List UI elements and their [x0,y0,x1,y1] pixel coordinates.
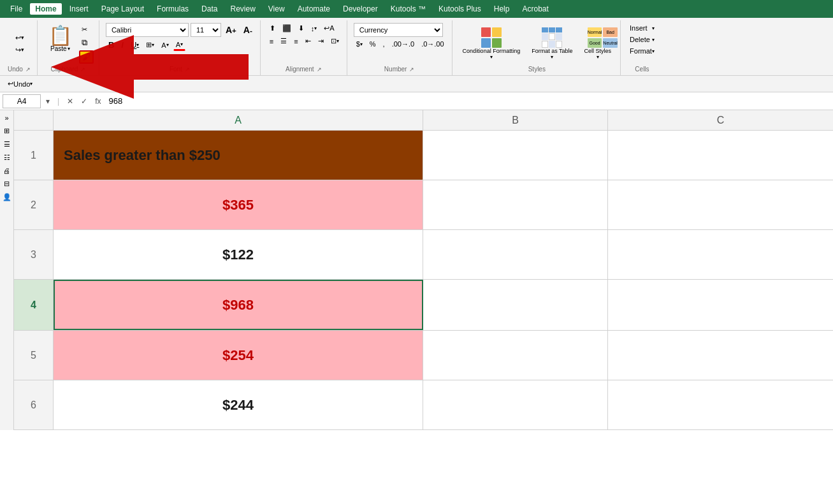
row-num-4[interactable]: 4 [14,280,54,330]
copy-button[interactable]: ⧉ [79,36,94,49]
cell-b4[interactable] [423,280,608,330]
cell-c3[interactable] [608,230,833,279]
cell-a3[interactable]: $122 [54,230,423,279]
cut-button[interactable]: ✂ [79,24,94,35]
italic-button[interactable]: I [119,39,126,51]
cell-b2[interactable] [423,180,608,229]
cell-styles-button[interactable]: Normal Bad Good Neutral Cell Styles ▾ [581,25,616,63]
cell-b5[interactable] [423,331,608,380]
decrease-indent-button[interactable]: ⇤ [303,36,314,47]
sidebar-icon-1[interactable]: ⊞ [4,127,10,135]
merge-button[interactable]: ⊡▾ [328,36,342,47]
text-direction-button[interactable]: ↕▾ [308,24,320,34]
cell-a4[interactable]: $968 [54,280,423,330]
col-header-a[interactable]: A [54,110,423,130]
formula-input[interactable] [106,96,830,106]
accounting-button[interactable]: $▾ [354,39,365,49]
cell-c4[interactable] [608,280,833,330]
delete-cells-button[interactable]: Delete▾ [627,34,657,45]
row-num-5[interactable]: 5 [14,331,54,380]
insert-cells-button[interactable]: Insert▾ [627,23,657,33]
menu-kutools[interactable]: Kutools ™ [386,3,431,15]
decrease-font-button[interactable]: A- [241,24,255,36]
bold-button[interactable]: B [106,39,117,51]
confirm-icon[interactable]: ✓ [78,97,90,106]
format-cells-button[interactable]: Format▾ [627,46,657,56]
wrap-text-button[interactable]: ↩A [321,23,337,34]
cell-b6[interactable] [423,380,608,429]
sidebar-icon-5[interactable]: ⊟ [4,180,10,188]
increase-indent-button[interactable]: ⇥ [315,36,326,47]
row-num-2[interactable]: 2 [14,180,54,229]
decrease-decimal-button[interactable]: .00→.0 [389,39,417,49]
menu-home[interactable]: Home [30,3,61,15]
undo-expand-icon[interactable]: ↗ [24,66,32,73]
menu-review[interactable]: Review [225,3,260,15]
font-name-select[interactable]: Calibri [106,23,189,37]
underline-button[interactable]: U▾ [128,39,141,51]
col-header-b[interactable]: B [423,110,608,130]
align-center-button[interactable]: ☰ [278,36,289,47]
align-bottom-button[interactable]: ⬇ [296,23,307,34]
align-middle-button[interactable]: ⬛ [280,23,294,34]
menu-kutools-plus[interactable]: Kutools Plus [433,3,486,15]
cell-a2[interactable]: $365 [54,180,423,229]
row-num-6[interactable]: 6 [14,380,54,429]
cell-c1[interactable] [608,131,833,180]
cancel-icon[interactable]: ✕ [64,97,76,106]
cell-a5[interactable]: $254 [54,331,423,380]
border-button[interactable]: ⊞▾ [143,40,157,50]
menu-file[interactable]: File [5,3,27,15]
sidebar-icon-4[interactable]: 🖨 [3,167,10,175]
row-num-1[interactable]: 1 [14,131,54,180]
increase-font-button[interactable]: A+ [223,24,239,36]
cell-c5[interactable] [608,331,833,380]
fx-icon[interactable]: fx [92,97,103,106]
align-right-button[interactable]: ≡ [291,36,300,47]
conditional-formatting-button[interactable]: Conditional Formatting ▾ [459,25,525,63]
paste-button[interactable]: 📋 Paste▾ [44,24,76,64]
undo-button[interactable]: ↩ ▾ [13,32,27,43]
col-header-c[interactable]: C [608,110,833,130]
number-expand-icon[interactable]: ↗ [408,66,416,73]
align-left-button[interactable]: ≡ [267,36,276,47]
menu-automate[interactable]: Automate [293,3,335,15]
menu-developer[interactable]: Developer [338,3,383,15]
menu-insert[interactable]: Insert [64,3,94,15]
cell-b3[interactable] [423,230,608,279]
menu-formulas[interactable]: Formulas [152,3,194,15]
font-color-button[interactable]: A▾ [173,40,185,51]
undo-secondary-button[interactable]: ↩ Undo ▾ [5,78,35,89]
menu-view[interactable]: View [263,3,290,15]
comma-button[interactable]: , [380,39,388,49]
row-num-3[interactable]: 3 [14,230,54,279]
menu-acrobat[interactable]: Acrobat [517,3,553,15]
cell-a6[interactable]: $244 [54,380,423,429]
cell-reference-input[interactable] [3,94,41,108]
menu-page-layout[interactable]: Page Layout [96,3,149,15]
menu-data[interactable]: Data [196,3,222,15]
cell-a1[interactable]: Sales greater than $250 [54,131,423,180]
percent-button[interactable]: % [367,39,379,49]
redo-button[interactable]: ↪ ▾ [13,45,27,55]
sidebar-icon-3[interactable]: ☷ [4,154,10,162]
alignment-expand-icon[interactable]: ↗ [315,66,323,73]
clipboard-expand-icon[interactable]: ↗ [79,66,87,73]
fill-color-button[interactable]: A▾ [159,40,171,50]
cell-b1[interactable] [423,131,608,180]
format-as-table-button[interactable]: Format as Table ▾ [528,25,576,63]
table-row: 6 $244 [14,380,833,430]
font-expand-icon[interactable]: ↗ [184,66,191,73]
sidebar-expand-icon[interactable]: » [4,114,8,122]
sidebar-icon-6[interactable]: 👤 [3,193,11,201]
format-painter-button[interactable]: 🖌 [79,50,94,64]
increase-decimal-button[interactable]: .0→.00 [419,39,446,49]
sidebar-icon-2[interactable]: ☰ [4,140,10,148]
cell-c6[interactable] [608,380,833,429]
font-size-select[interactable]: 11 [191,23,221,37]
cell-options-icon[interactable]: ▾ [43,97,52,106]
menu-help[interactable]: Help [489,3,515,15]
align-top-button[interactable]: ⬆ [267,23,278,34]
number-format-select[interactable]: Currency [354,23,443,37]
cell-c2[interactable] [608,180,833,229]
